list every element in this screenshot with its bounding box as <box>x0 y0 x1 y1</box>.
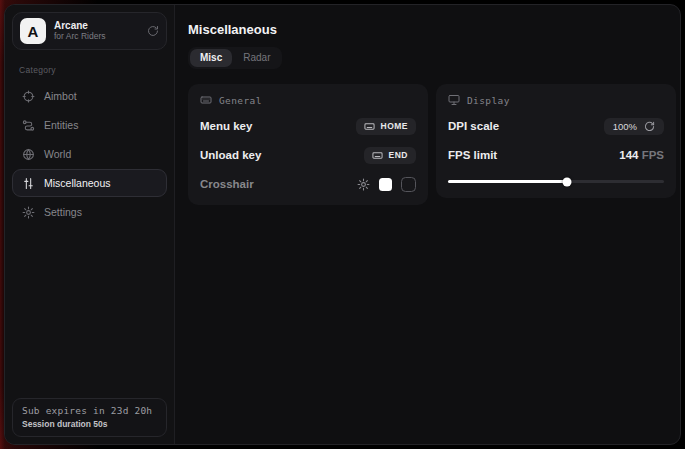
display-card-header: Display <box>448 94 664 106</box>
unload-key-value: END <box>389 150 408 160</box>
keyboard-icon <box>372 150 383 161</box>
slider-fill <box>448 180 567 183</box>
display-card-title: Display <box>467 95 510 106</box>
crosshair-row: Crosshair <box>200 175 416 193</box>
menu-key-label: Menu key <box>200 120 252 132</box>
general-card-title: General <box>219 95 262 106</box>
tab-misc[interactable]: Misc <box>190 49 232 67</box>
keyboard-icon <box>364 121 375 132</box>
globe-icon <box>22 148 35 161</box>
dpi-scale-label: DPI scale <box>448 120 499 132</box>
fps-unit: FPS <box>642 149 664 161</box>
sidebar-item-miscellaneous[interactable]: Miscellaneous <box>12 169 167 197</box>
general-card-header: General <box>200 94 416 106</box>
unload-key-bind-button[interactable]: END <box>364 147 416 164</box>
category-label: Category <box>19 65 160 75</box>
sidebar-nav: Aimbot Entities World <box>12 82 167 226</box>
sidebar-item-aimbot[interactable]: Aimbot <box>12 82 167 110</box>
crosshair-icon <box>22 90 35 103</box>
crosshair-checkbox[interactable] <box>401 177 416 192</box>
sidebar-item-world[interactable]: World <box>12 140 167 168</box>
sidebar: A Arcane for Arc Riders Category Aimbot <box>5 5 175 444</box>
crosshair-settings-gear-icon[interactable] <box>357 178 370 191</box>
fps-limit-value: 144 FPS <box>619 149 664 161</box>
fps-limit-slider[interactable] <box>448 177 664 186</box>
sidebar-item-label: Entities <box>44 119 78 131</box>
sidebar-item-label: Settings <box>44 206 82 218</box>
sidebar-item-settings[interactable]: Settings <box>12 198 167 226</box>
gear-icon <box>22 206 35 219</box>
sliders-icon <box>22 177 35 190</box>
app-logo: A <box>20 18 46 44</box>
crosshair-color-swatch[interactable] <box>379 178 392 191</box>
subscription-card: Sub expires in 23d 20h Session duration … <box>12 398 167 437</box>
fps-limit-label: FPS limit <box>448 149 497 161</box>
brand-card: A Arcane for Arc Riders <box>12 12 167 50</box>
fps-limit-row: FPS limit 144 FPS <box>448 146 664 164</box>
menu-key-value: HOME <box>381 121 409 131</box>
crosshair-controls <box>357 177 416 192</box>
menu-key-bind-button[interactable]: HOME <box>356 118 417 135</box>
refresh-icon[interactable] <box>644 121 655 132</box>
sidebar-item-label: Miscellaneous <box>44 177 111 189</box>
page-title: Miscellaneous <box>188 22 676 37</box>
menu-key-row: Menu key HOME <box>200 117 416 135</box>
display-card: Display DPI scale 100% FPS limit <box>436 84 676 198</box>
tab-bar: Misc Radar <box>188 47 282 69</box>
monitor-icon <box>448 94 460 106</box>
sub-expiry-text: Sub expires in 23d 20h <box>22 405 157 416</box>
tab-radar[interactable]: Radar <box>233 49 280 67</box>
slider-thumb[interactable] <box>562 177 571 186</box>
crosshair-label: Crosshair <box>200 178 254 190</box>
general-card: General Menu key HOME Unload key <box>188 84 428 205</box>
app-window: A Arcane for Arc Riders Category Aimbot <box>4 4 681 445</box>
unload-key-row: Unload key END <box>200 146 416 164</box>
dpi-scale-row: DPI scale 100% <box>448 117 664 135</box>
waypoints-icon <box>22 119 35 132</box>
brand-subtitle: for Arc Riders <box>54 32 139 42</box>
main-content: Miscellaneous Misc Radar General <box>175 5 681 444</box>
sidebar-item-label: Aimbot <box>44 90 77 102</box>
keyboard-icon <box>200 94 212 106</box>
sync-icon[interactable] <box>147 25 159 37</box>
dpi-scale-select[interactable]: 100% <box>604 118 664 135</box>
sidebar-item-entities[interactable]: Entities <box>12 111 167 139</box>
unload-key-label: Unload key <box>200 149 261 161</box>
brand-text: Arcane for Arc Riders <box>54 20 139 41</box>
dpi-scale-value: 100% <box>613 121 637 132</box>
session-duration-text: Session duration 50s <box>22 419 157 429</box>
sidebar-item-label: World <box>44 148 71 160</box>
cards-row: General Menu key HOME Unload key <box>188 84 676 205</box>
